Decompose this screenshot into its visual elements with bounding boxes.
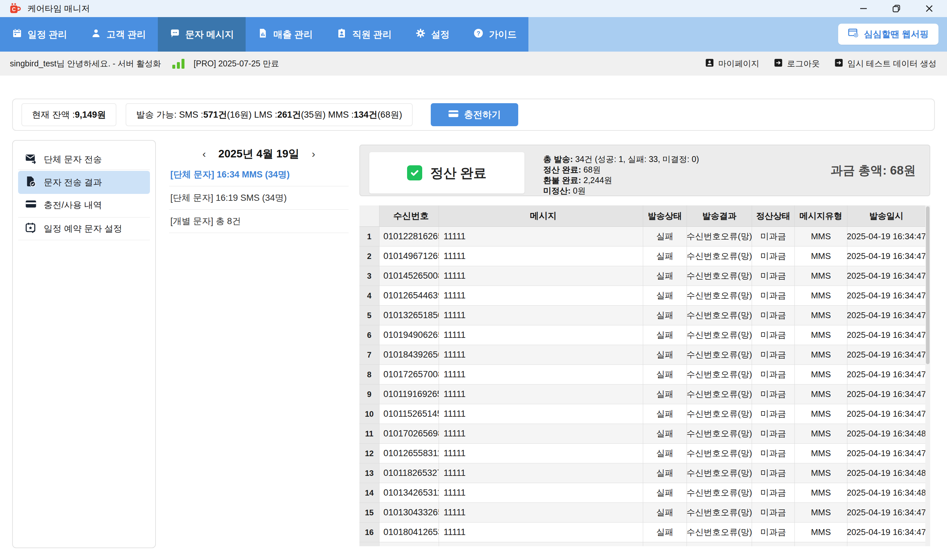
tab-guide[interactable]: ? 가이드: [461, 17, 528, 52]
next-day-icon[interactable]: ›: [312, 148, 315, 160]
restore-icon[interactable]: [890, 2, 903, 15]
message-group-item[interactable]: [단체 문자] 16:19 SMS (34명): [169, 186, 348, 210]
sidebar-item-label: 단체 문자 전송: [44, 154, 102, 165]
table-row[interactable]: 1501013043326511111실패수신번호오류(망)미과금MMS2025…: [359, 503, 930, 523]
cell-phone: 010134265311: [379, 483, 439, 503]
cell-message-type: MMS: [795, 246, 847, 266]
generate-data-label: 임시 테스트 데이터 생성: [847, 58, 936, 69]
plan-expiry-text: [PRO] 2025-07-25 만료: [194, 58, 279, 69]
mypage-label: 마이페이지: [718, 58, 759, 69]
cell-send-result: 수신번호오류(망): [687, 286, 752, 305]
status-links: 마이페이지 로그아웃 임시 테스트 데이터 생성: [705, 58, 947, 69]
prev-day-icon[interactable]: ‹: [202, 148, 206, 160]
row-index: 10: [359, 404, 379, 424]
mypage-link[interactable]: 마이페이지: [705, 58, 759, 69]
current-balance-amount: 9,149원: [75, 109, 106, 121]
cell-message-type: MMS: [795, 325, 847, 345]
minimize-icon[interactable]: [857, 2, 870, 15]
tab-staff[interactable]: 직원 관리: [325, 17, 403, 52]
cell-send-status: 실패: [643, 266, 687, 286]
cell-message-type: MMS: [795, 266, 847, 286]
cell-message: 11111: [439, 345, 643, 365]
message-group-item[interactable]: [단체 문자] 16:34 MMS (34명): [169, 163, 348, 186]
sidebar-item-label: 문자 전송 결과: [44, 177, 102, 188]
tab-customers[interactable]: 고객 관리: [79, 17, 158, 52]
cell-message: 11111: [439, 483, 643, 503]
tab-sales[interactable]: 매출 관리: [246, 17, 325, 52]
cell-phone: 010170265698: [379, 424, 439, 443]
cell-send-status: 실패: [643, 463, 687, 483]
cell-phone: 010126558311: [379, 444, 439, 463]
cell-send-result: 수신번호오류(망): [687, 227, 752, 246]
logout-link[interactable]: 로그아웃: [774, 58, 820, 69]
cell-phone: 010194906265: [379, 325, 439, 345]
table-row[interactable]: 1301011826532711111실패수신번호오류(망)미과금MMS2025…: [359, 463, 930, 483]
cell-send-result: 수신번호오류(망): [687, 385, 752, 404]
scrollbar-thumb[interactable]: [926, 206, 930, 364]
cell-send-status: 실패: [643, 345, 687, 365]
cell-empty: [752, 542, 795, 546]
cell-empty: [847, 542, 925, 546]
greeting-text: singbird_test님 안녕하세요. - 서버 활성화: [10, 58, 161, 69]
cell-empty: [643, 542, 687, 546]
row-index: 2: [359, 246, 379, 266]
cell-billing-status: 미과금: [752, 266, 795, 286]
main-nav: 일정 관리 고객 관리: [0, 17, 947, 52]
table-row[interactable]: 1001011526514511111실패수신번호오류(망)미과금MMS2025…: [359, 404, 930, 424]
header-index: [359, 205, 379, 226]
cell-message: 11111: [439, 227, 643, 246]
cell-phone: 010130433265: [379, 503, 439, 522]
table-row[interactable]: 601019490626511111실패수신번호오류(망)미과금MMS2025-…: [359, 325, 930, 345]
table-row[interactable]: 1401013426531111111실패수신번호오류(망)미과금MMS2025…: [359, 483, 930, 503]
cell-send-status: 실패: [643, 325, 687, 345]
current-balance: 현재 잔액 : 9,149원: [22, 103, 116, 126]
table-row[interactable]: 101012281626511111실패수신번호오류(망)미과금MMS2025-…: [359, 227, 930, 246]
tab-settings[interactable]: 설정: [403, 17, 461, 52]
table-row[interactable]: 801017265700811111실패수신번호오류(망)미과금MMS2025-…: [359, 365, 930, 385]
cell-sent-at: 2025-04-19 16:34:47: [847, 227, 925, 246]
cell-message: 11111: [439, 523, 643, 542]
summary-settled: 정산 완료: 68원: [543, 164, 699, 175]
table-row[interactable]: 501013265185011111실패수신번호오류(망)미과금MMS2025-…: [359, 306, 930, 325]
tab-schedule[interactable]: 일정 관리: [0, 17, 79, 52]
table-scrollbar[interactable]: [925, 205, 930, 546]
cell-message-type: MMS: [795, 385, 847, 404]
table-row[interactable]: 1201012655831111111실패수신번호오류(망)미과금MMS2025…: [359, 444, 930, 463]
charge-button-label: 충전하기: [464, 108, 501, 121]
charge-button[interactable]: 충전하기: [431, 103, 518, 126]
table-row[interactable]: 1101017026569811111실패수신번호오류(망)미과금MMS2025…: [359, 424, 930, 444]
sidebar-item-charge-history[interactable]: 충전/사용 내역: [13, 195, 155, 215]
guide-icon: ?: [473, 28, 484, 41]
cell-send-status: 실패: [643, 286, 687, 305]
status-bar: singbird_test님 안녕하세요. - 서버 활성화 [PRO] 202…: [0, 52, 947, 75]
cell-phone: 010118265327: [379, 463, 439, 483]
table-row[interactable]: 701018439265611111실패수신번호오류(망)미과금MMS2025-…: [359, 345, 930, 365]
table-row[interactable]: 1601018041265311111실패수신번호오류(망)미과금MMS2025…: [359, 523, 930, 542]
sidebar-item-scheduled-sms[interactable]: 일정 예약 문자 설정: [13, 218, 155, 240]
sidebar-item-bulk-send[interactable]: 단체 문자 전송: [13, 149, 155, 169]
row-index: 9: [359, 385, 379, 404]
cell-message: 11111: [439, 385, 643, 404]
cell-sent-at: 2025-04-19 16:34:47: [847, 365, 925, 384]
cell-sent-at: 2025-04-19 16:34:47: [847, 444, 925, 463]
close-icon[interactable]: [923, 2, 936, 15]
app-title: 케어타임 매니저: [28, 3, 90, 14]
table-row[interactable]: 201014967126511111실패수신번호오류(망)미과금MMS2025-…: [359, 246, 930, 266]
sidebar-item-send-results[interactable]: 문자 전송 결과: [18, 171, 150, 194]
cell-send-result: 수신번호오류(망): [687, 483, 752, 503]
table-row[interactable]: 401012654463911111실패수신번호오류(망)미과금MMS2025-…: [359, 286, 930, 306]
tab-label: 설정: [431, 28, 450, 41]
message-group-item[interactable]: [개별 문자] 총 8건: [169, 210, 348, 233]
current-balance-label: 현재 잔액 :: [32, 109, 75, 121]
cell-sent-at: 2025-04-19 16:34:47: [847, 345, 925, 365]
tab-messages[interactable]: 문자 메시지: [158, 17, 246, 52]
table-row[interactable]: 901011916926511111실패수신번호오류(망)미과금MMS2025-…: [359, 385, 930, 404]
generate-test-data-link[interactable]: 임시 테스트 데이터 생성: [834, 58, 936, 69]
web-surf-button[interactable]: 심심할땐 웹서핑: [838, 24, 938, 45]
table-row[interactable]: 301014526500811111실패수신번호오류(망)미과금MMS2025-…: [359, 266, 930, 286]
header-phone: 수신번호: [379, 205, 439, 226]
sendable-text: (68원): [377, 109, 402, 121]
svg-text:?: ?: [476, 30, 480, 37]
cell-billing-status: 미과금: [752, 286, 795, 305]
cell-send-status: 실패: [643, 523, 687, 542]
